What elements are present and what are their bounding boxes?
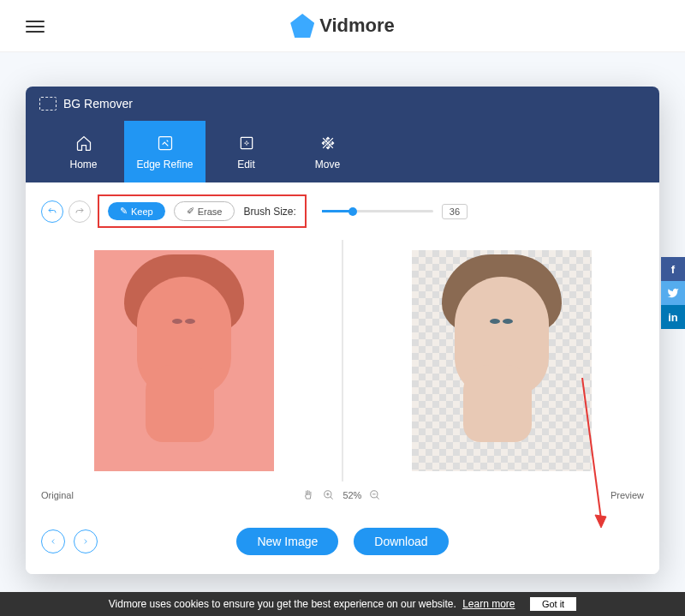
preview-label: Preview (611, 490, 644, 500)
app-title: BG Remover (63, 97, 133, 111)
keep-button[interactable]: ✎Keep (108, 202, 165, 220)
pan-icon[interactable] (301, 488, 315, 502)
tab-bar: Home Edge Refine Edit Move (26, 121, 659, 182)
preview-image[interactable] (412, 250, 592, 471)
edge-refine-icon (124, 133, 206, 153)
cookie-accept-button[interactable]: Got it (530, 597, 576, 611)
menu-icon[interactable] (26, 17, 45, 36)
toolbar: ✎Keep ✐Erase Brush Size: 36 (26, 182, 659, 240)
download-button[interactable]: Download (354, 528, 448, 555)
brush-size-value: 36 (442, 204, 468, 219)
next-button[interactable] (74, 529, 98, 553)
facebook-button[interactable]: f (661, 257, 685, 281)
zoom-out-icon[interactable] (368, 488, 382, 502)
home-icon (43, 133, 124, 153)
tab-edge-refine[interactable]: Edge Refine (124, 121, 206, 182)
tab-label: Home (43, 158, 124, 170)
tab-edit[interactable]: Edit (206, 121, 287, 182)
app-titlebar: BG Remover (26, 87, 659, 121)
tab-label: Edit (206, 158, 287, 170)
tab-home[interactable]: Home (43, 121, 124, 182)
zoom-in-icon[interactable] (322, 488, 336, 502)
brand-text: Vidmore (319, 15, 395, 37)
preview-panel (343, 240, 659, 481)
logo[interactable]: Vidmore (290, 14, 395, 38)
top-nav: Vidmore (0, 0, 685, 52)
brush-size-label: Brush Size: (243, 206, 295, 218)
original-image[interactable] (94, 250, 274, 471)
undo-button[interactable] (41, 200, 63, 223)
cookie-banner: Vidmore uses cookies to ensure you get t… (0, 592, 685, 616)
twitter-button[interactable] (661, 281, 685, 305)
linkedin-button[interactable]: in (661, 305, 685, 329)
cookie-text: Vidmore uses cookies to ensure you get t… (109, 598, 456, 610)
new-image-button[interactable]: New Image (236, 528, 338, 555)
tab-label: Edge Refine (124, 158, 206, 170)
edit-icon (206, 133, 287, 153)
erase-button[interactable]: ✐Erase (174, 201, 235, 221)
tab-label: Move (287, 158, 368, 170)
zoom-value: 52% (342, 490, 361, 500)
brush-size-slider[interactable] (322, 210, 433, 212)
logo-icon (290, 14, 314, 38)
workspace-footer: Original 52% Preview (26, 481, 659, 509)
brush-size-control: 36 (322, 204, 468, 219)
brush-icon: ✎ (120, 206, 128, 217)
action-bar: New Image Download (26, 509, 659, 574)
annotation-highlight: ✎Keep ✐Erase Brush Size: (98, 194, 307, 228)
app-icon (39, 97, 57, 111)
prev-button[interactable] (41, 529, 65, 553)
redo-button[interactable] (68, 200, 91, 223)
original-panel (26, 240, 342, 481)
move-icon (287, 133, 368, 153)
app-window: BG Remover Home Edge Refine Edit Move (26, 87, 659, 574)
tab-move[interactable]: Move (287, 121, 368, 182)
social-bar: f in (661, 257, 685, 329)
eraser-icon: ✐ (187, 206, 194, 217)
cookie-learn-more[interactable]: Learn more (462, 598, 515, 610)
svg-rect-1 (241, 137, 252, 148)
workspace (26, 240, 659, 481)
original-label: Original (41, 490, 74, 500)
